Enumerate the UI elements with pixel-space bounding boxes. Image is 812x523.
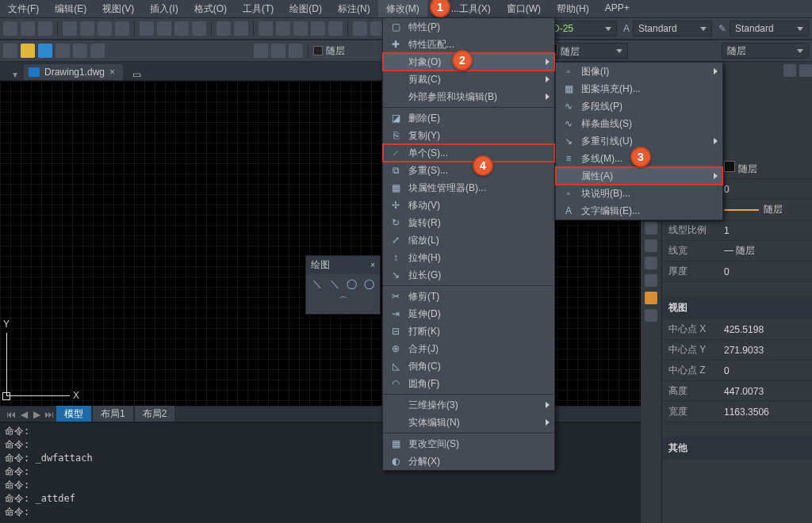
- strip-icon[interactable]: [645, 239, 657, 252]
- menu-item[interactable]: ◪删除(E): [383, 109, 554, 127]
- menu-item[interactable]: ⎘复制(Y): [383, 127, 554, 144]
- menu-item[interactable]: 三维操作(3): [383, 396, 554, 414]
- menu-item[interactable]: ▫块说明(B)...: [556, 185, 722, 202]
- tool-icon[interactable]: [216, 21, 231, 36]
- tool-icon[interactable]: [21, 21, 35, 36]
- tool-icon[interactable]: [311, 21, 325, 36]
- tool-icon[interactable]: [3, 44, 17, 58]
- tool-icon[interactable]: [90, 44, 105, 58]
- tool-icon[interactable]: [293, 21, 308, 36]
- tool-icon[interactable]: [174, 21, 189, 36]
- menu-item[interactable]: 实体编辑(N): [383, 414, 554, 431]
- tool-icon[interactable]: [3, 21, 17, 36]
- tool-icon[interactable]: [259, 21, 273, 36]
- tool-icon[interactable]: [56, 44, 70, 58]
- strip-icon[interactable]: [645, 292, 657, 304]
- bylayer-checkbox[interactable]: [313, 46, 323, 55]
- menu-3[interactable]: 插入(I): [142, 0, 186, 17]
- layout-tab[interactable]: 模型: [56, 405, 92, 423]
- menu-item[interactable]: ▢特性(P): [383, 18, 554, 36]
- document-tab[interactable]: Drawing1.dwg ×: [24, 64, 123, 80]
- menu-item[interactable]: ▫图像(I): [556, 63, 722, 80]
- tool-icon[interactable]: [115, 21, 129, 36]
- layer-combo-2[interactable]: 随层: [722, 43, 809, 59]
- prop-row[interactable]: 中心点 Y271.9033: [662, 340, 812, 361]
- tool-icon[interactable]: [276, 21, 290, 36]
- menu-item[interactable]: ↻旋转(R): [383, 214, 554, 231]
- menu-item[interactable]: 属性(A): [556, 167, 722, 185]
- prop-row[interactable]: 中心点 X425.5198: [662, 319, 812, 340]
- menu-item[interactable]: ↕拉伸(H): [383, 249, 554, 266]
- menu-item[interactable]: ⟋单个(S)...: [383, 144, 554, 162]
- palette-tool-icon[interactable]: ◯: [363, 277, 376, 290]
- strip-icon[interactable]: [645, 274, 657, 287]
- palette-tool-icon[interactable]: ⌒: [337, 295, 350, 307]
- panel-icon[interactable]: [783, 64, 796, 77]
- tool-icon[interactable]: [21, 44, 35, 58]
- menu-item[interactable]: ✂修剪(T): [383, 288, 554, 305]
- menu-7[interactable]: 标注(N): [330, 0, 378, 17]
- menu-item[interactable]: ◐分解(X): [383, 452, 554, 470]
- menu-item[interactable]: ↘拉长(G): [383, 266, 554, 284]
- menu-item[interactable]: ∿多段线(P): [556, 97, 722, 115]
- tab-nav-first[interactable]: ⏮: [5, 409, 17, 420]
- tool-icon[interactable]: [328, 21, 343, 36]
- layout-tab[interactable]: 布局1: [92, 405, 134, 423]
- close-icon[interactable]: ×: [109, 67, 115, 78]
- menu-item[interactable]: ⊕合并(J): [383, 340, 554, 357]
- menu-11[interactable]: 窗口(W): [499, 0, 549, 17]
- tool-icon[interactable]: [192, 21, 206, 36]
- menu-0[interactable]: 文件(F): [0, 0, 47, 17]
- tool-icon[interactable]: [234, 21, 248, 36]
- menu-item[interactable]: ▦更改空间(S): [383, 435, 554, 452]
- tab-nav-prev[interactable]: ◀: [17, 409, 30, 420]
- menu-item[interactable]: 外部参照和块编辑(B): [383, 88, 554, 105]
- menu-item[interactable]: ⇥延伸(D): [383, 305, 554, 323]
- tool-icon[interactable]: [353, 21, 367, 36]
- style-combo[interactable]: Standard: [633, 21, 712, 36]
- open-folder-icon[interactable]: ▭: [132, 69, 141, 80]
- draw-palette[interactable]: 绘图× ＼＼◯◯⌒: [305, 255, 381, 315]
- menu-item[interactable]: A文字编辑(E)...: [556, 202, 722, 220]
- tool-icon[interactable]: [63, 21, 77, 36]
- menu-13[interactable]: APP+: [597, 0, 638, 17]
- menu-8[interactable]: 修改(M): [378, 0, 427, 17]
- panel-icon[interactable]: [799, 64, 812, 77]
- object-submenu[interactable]: ▫图像(I)▦图案填充(H)...∿多段线(P)∿样条曲线(S)↘多重引线(U)…: [555, 62, 723, 220]
- menu-item[interactable]: ∿样条曲线(S): [556, 115, 722, 132]
- tool-icon[interactable]: [38, 44, 52, 58]
- menu-item[interactable]: ◺倒角(C): [383, 357, 554, 375]
- palette-tool-icon[interactable]: ＼: [328, 277, 341, 290]
- tool-icon[interactable]: [80, 21, 94, 36]
- strip-icon[interactable]: [645, 309, 657, 322]
- tab-nav-next[interactable]: ▶: [30, 409, 43, 420]
- prop-row[interactable]: 高度447.0073: [662, 381, 812, 402]
- tool-icon[interactable]: [73, 44, 87, 58]
- menu-item[interactable]: 剪裁(C): [383, 71, 554, 88]
- prop-row[interactable]: 中心点 Z0: [662, 361, 812, 381]
- menu-5[interactable]: 工具(T): [235, 0, 282, 17]
- layout-tab[interactable]: 布局2: [134, 405, 176, 423]
- tool-icon[interactable]: [98, 21, 112, 36]
- menu-12[interactable]: 帮助(H): [549, 0, 597, 17]
- strip-icon[interactable]: [645, 222, 657, 235]
- tab-nav-last[interactable]: ⏭: [43, 409, 56, 420]
- strip-icon[interactable]: [645, 257, 657, 269]
- palette-tool-icon[interactable]: ＼: [311, 277, 324, 290]
- menu-2[interactable]: 视图(V): [94, 0, 142, 17]
- palette-tool-icon[interactable]: ◯: [346, 277, 358, 290]
- menu-item[interactable]: ✚特性匹配...: [383, 36, 554, 53]
- menu-item[interactable]: ▦块属性管理器(B)...: [383, 179, 554, 197]
- menu-item[interactable]: ⧉多重(S)...: [383, 162, 554, 179]
- menu-4[interactable]: 格式(O): [186, 0, 235, 17]
- menu-item[interactable]: ◠圆角(F): [383, 375, 554, 392]
- menu-1[interactable]: 编辑(E): [47, 0, 94, 17]
- tool-icon[interactable]: [140, 21, 154, 36]
- prop-row[interactable]: 宽度1163.3506: [662, 402, 812, 422]
- tool-icon[interactable]: [38, 21, 52, 36]
- tab-nav[interactable]: ▾: [13, 69, 17, 80]
- menu-item[interactable]: ▦图案填充(H)...: [556, 80, 722, 97]
- menu-item[interactable]: ✢移动(V): [383, 197, 554, 214]
- palette-close-icon[interactable]: ×: [370, 261, 375, 269]
- menu-item[interactable]: ⊟打断(K): [383, 323, 554, 340]
